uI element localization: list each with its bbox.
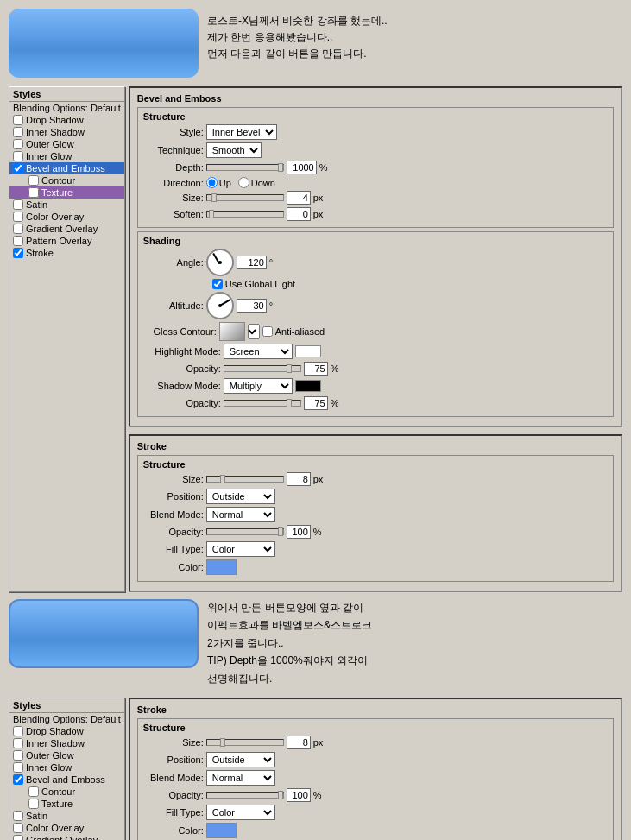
right-panels-2: Stroke Structure Size: px Position: Outs…: [129, 698, 622, 840]
contour-checkbox[interactable]: [28, 175, 39, 186]
texture-checkbox-2[interactable]: [28, 799, 39, 809]
global-light-checkbox[interactable]: [212, 279, 223, 289]
inner-shadow-checkbox-2[interactable]: [13, 738, 23, 748]
styles-item-2-contour[interactable]: Contour: [9, 786, 124, 798]
styles-item-inner-glow[interactable]: Inner Glow: [9, 150, 124, 162]
color-overlay-label-1: Color Overlay: [26, 212, 84, 222]
stroke-opacity-input-2[interactable]: [287, 788, 311, 802]
stroke-fill-type-select-2[interactable]: Color: [206, 805, 275, 820]
size-input[interactable]: [287, 191, 311, 205]
anti-aliased-label: Anti-aliased: [275, 326, 325, 337]
shadow-opacity-input[interactable]: [304, 396, 328, 410]
highlight-color-swatch[interactable]: [295, 345, 321, 357]
stroke-size-input[interactable]: [287, 472, 311, 486]
styles-item-drop-shadow[interactable]: Drop Shadow: [9, 114, 124, 126]
stroke-blend-select-2[interactable]: Normal: [206, 770, 275, 786]
stroke-opacity-slider[interactable]: [206, 528, 284, 535]
highlight-mode-select[interactable]: Screen: [224, 344, 293, 359]
pattern-overlay-checkbox-1[interactable]: [13, 236, 23, 246]
inner-glow-checkbox-2[interactable]: [13, 762, 23, 773]
depth-input[interactable]: [287, 161, 317, 174]
gloss-contour-arrow[interactable]: [248, 324, 260, 339]
direction-up-radio[interactable]: [206, 177, 218, 188]
depth-slider[interactable]: [206, 164, 284, 171]
stroke-size-input-2[interactable]: [287, 736, 311, 749]
styles-item-stroke-1[interactable]: Stroke: [9, 247, 124, 259]
styles-item-2-blending[interactable]: Blending Options: Default: [9, 713, 124, 725]
styles-item-2-drop-shadow[interactable]: Drop Shadow: [9, 725, 124, 737]
altitude-dial[interactable]: [206, 292, 234, 319]
size-slider[interactable]: [206, 194, 284, 201]
styles-item-pattern-overlay-1[interactable]: Pattern Overlay: [9, 235, 124, 247]
styles-item-inner-shadow[interactable]: Inner Shadow: [9, 126, 124, 138]
drop-shadow-checkbox-2[interactable]: [13, 726, 23, 736]
shadow-color-swatch[interactable]: [295, 380, 321, 392]
gloss-contour-preview[interactable]: [219, 322, 245, 341]
shadow-opacity-slider[interactable]: [224, 400, 301, 407]
styles-item-2-satin[interactable]: Satin: [9, 810, 124, 822]
stroke-position-select-2[interactable]: Outside: [206, 752, 275, 767]
inner-shadow-checkbox[interactable]: [13, 127, 23, 137]
styles-item-contour[interactable]: Contour: [9, 174, 124, 186]
styles-item-texture[interactable]: Texture: [9, 186, 124, 199]
styles-item-gradient-overlay[interactable]: Gradient Overlay: [9, 223, 124, 235]
stroke-color-swatch-2[interactable]: [206, 823, 237, 838]
styles-item-color-overlay-1[interactable]: Color Overlay: [9, 211, 124, 223]
middle-section: 위에서 만든 버튼모양에 옆과 같이 이펙트효과를 바벨엠보스&스트로크 2가지…: [0, 592, 631, 694]
stroke-size-slider[interactable]: [206, 476, 284, 483]
soften-input[interactable]: [287, 207, 311, 221]
direction-down-label[interactable]: Down: [238, 177, 275, 188]
highlight-opacity-slider[interactable]: [224, 365, 301, 372]
satin-checkbox-2[interactable]: [13, 811, 23, 821]
inner-glow-checkbox[interactable]: [13, 151, 23, 161]
stroke-size-slider-2[interactable]: [206, 739, 284, 746]
contour-checkbox-2[interactable]: [28, 786, 39, 797]
altitude-input[interactable]: [237, 299, 267, 313]
stroke-size-label: Size:: [143, 474, 204, 484]
styles-item-2-texture[interactable]: Texture: [9, 798, 124, 810]
angle-input[interactable]: [237, 256, 267, 269]
styles-item-blending-options[interactable]: Blending Options: Default: [9, 102, 124, 114]
stroke-blend-label-2: Blend Mode:: [143, 773, 204, 783]
angle-dial[interactable]: [206, 249, 234, 276]
soften-slider[interactable]: [206, 211, 284, 218]
stroke-fill-type-select[interactable]: Color: [206, 541, 275, 557]
direction-down-radio[interactable]: [238, 177, 249, 188]
highlight-opacity-input[interactable]: [304, 362, 328, 376]
styles-item-2-gradient-overlay[interactable]: Gradient Overlay: [9, 834, 124, 840]
color-overlay-checkbox-2[interactable]: [13, 823, 23, 833]
stroke-position-row: Position: Outside: [143, 489, 608, 504]
outer-glow-checkbox-2[interactable]: [13, 750, 23, 761]
stroke-checkbox-1[interactable]: [13, 248, 23, 258]
bevel-emboss-checkbox-2[interactable]: [13, 774, 23, 785]
drop-shadow-checkbox[interactable]: [13, 115, 23, 125]
gradient-overlay-checkbox[interactable]: [13, 224, 23, 234]
stroke-position-select[interactable]: Outside: [206, 489, 275, 504]
stroke-opacity-slider-2[interactable]: [206, 792, 284, 799]
style-select[interactable]: Inner Bevel: [206, 124, 277, 140]
styles-item-outer-glow[interactable]: Outer Glow: [9, 138, 124, 150]
stroke-fill-type-label: Fill Type:: [143, 544, 204, 554]
stroke-blend-select[interactable]: Normal: [206, 507, 275, 522]
styles-item-2-outer-glow[interactable]: Outer Glow: [9, 749, 124, 761]
styles-item-2-inner-shadow[interactable]: Inner Shadow: [9, 737, 124, 749]
stroke-opacity-input[interactable]: [287, 525, 311, 539]
stroke-color-swatch[interactable]: [206, 559, 237, 575]
gradient-overlay-checkbox-2[interactable]: [13, 835, 23, 840]
satin-checkbox[interactable]: [13, 199, 23, 210]
styles-item-2-color-overlay[interactable]: Color Overlay: [9, 822, 124, 834]
color-overlay-checkbox-1[interactable]: [13, 212, 23, 222]
stroke-size-row: Size: px: [143, 472, 608, 486]
direction-up-label[interactable]: Up: [206, 177, 231, 188]
styles-item-2-bevel-emboss[interactable]: Bevel and Emboss: [9, 774, 124, 786]
texture-checkbox[interactable]: [28, 187, 39, 198]
styles-item-2-inner-glow[interactable]: Inner Glow: [9, 761, 124, 774]
technique-select[interactable]: Smooth: [206, 142, 262, 158]
styles-item-satin[interactable]: Satin: [9, 199, 124, 211]
top-section: 로스트-X님께서 비슷한 강좌를 했는데.. 제가 한번 응용해봤습니다.. 먼…: [0, 0, 631, 86]
bevel-emboss-checkbox[interactable]: [13, 163, 23, 174]
anti-aliased-checkbox[interactable]: [262, 326, 273, 337]
shadow-mode-select[interactable]: Multiply: [224, 378, 293, 394]
outer-glow-checkbox[interactable]: [13, 139, 23, 149]
styles-item-bevel-emboss[interactable]: Bevel and Emboss: [9, 162, 124, 174]
